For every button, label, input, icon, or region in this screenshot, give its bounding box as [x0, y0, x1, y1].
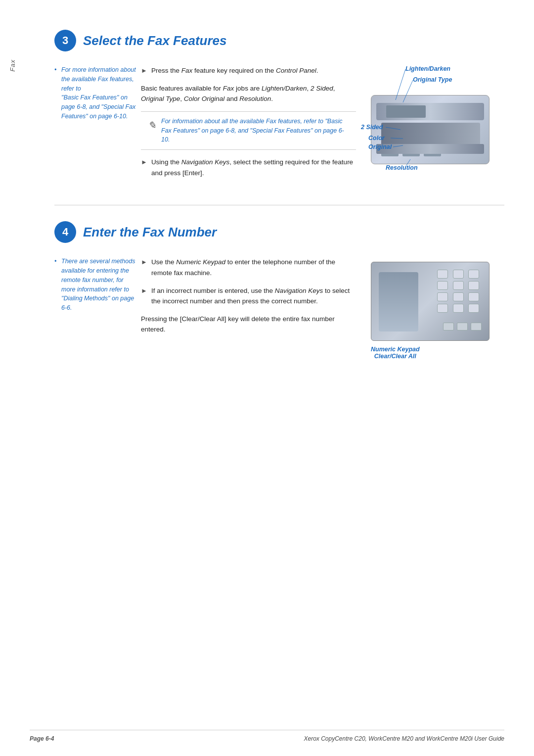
- label-two-sided: 2 Sided: [361, 124, 383, 131]
- section3-note-text: For information about all the available …: [161, 117, 349, 144]
- section3-content-row: For more information about the available…: [54, 65, 504, 185]
- arrow-icon-4: ►: [141, 286, 147, 296]
- section-divider: [54, 205, 504, 205]
- section4-left-col: There are several methods available for …: [54, 257, 141, 315]
- section3-left-note: For more information about the available…: [61, 66, 136, 120]
- section4-content-row: There are several methods available for …: [54, 257, 504, 360]
- section4-middle-col: ► Use the Numeric Keypad to enter the te…: [141, 257, 366, 335]
- section3-container: 3 Select the Fax Features For more infor…: [54, 30, 504, 185]
- footer-guide-title: Xerox CopyCentre C20, WorkCentre M20 and…: [304, 735, 505, 742]
- section4-step1-bullet: ► Use the Numeric Keypad to enter the te…: [141, 257, 356, 278]
- section3-machine-labels: Lighten/Darken Original Type: [366, 65, 494, 174]
- section4-step3-text: Pressing the [Clear/Clear All] key will …: [141, 314, 356, 335]
- note-pen-icon: ✎: [148, 118, 156, 133]
- arrow-icon-3: ►: [141, 257, 147, 268]
- key-1: [437, 270, 448, 279]
- arrow-icon-2: ►: [141, 157, 147, 168]
- label-numeric-keypad: Numeric Keypad: [371, 346, 420, 353]
- section3-step2-text: Using the Navigation Keys, select the se…: [151, 157, 356, 178]
- section4-left-note: There are several methods available for …: [61, 258, 135, 311]
- key-2: [453, 270, 464, 279]
- section3-step1-bullet: ► Press the Fax feature key required on …: [141, 65, 356, 76]
- label-lighten-darken: Lighten/Darken: [405, 65, 450, 72]
- section4-right-col: Numeric Keypad Clear/Clear All: [366, 257, 504, 360]
- section3-title: Select the Fax Features: [83, 33, 226, 48]
- section3-machine-image: [371, 95, 490, 164]
- key-4: [437, 281, 448, 290]
- section4-keypad-image: [371, 262, 490, 341]
- label-resolution: Resolution: [386, 164, 418, 171]
- section4-step2-text: If an incorrect number is entered, use t…: [151, 285, 356, 307]
- key-star: [437, 304, 448, 313]
- section3-middle-col: ► Press the Fax feature key required on …: [141, 65, 366, 185]
- section3-step2-bullet: ► Using the Navigation Keys, select the …: [141, 157, 356, 178]
- arrow-icon-1: ►: [141, 66, 147, 76]
- step4-circle: 4: [54, 221, 76, 243]
- section3-header: 3 Select the Fax Features: [54, 30, 504, 51]
- page-footer: Page 6-4 Xerox CopyCentre C20, WorkCentr…: [30, 730, 504, 742]
- key-3: [468, 270, 479, 279]
- section3-note-box: ✎ For information about all the availabl…: [141, 111, 356, 150]
- section4-step1-text: Use the Numeric Keypad to enter the tele…: [151, 257, 356, 278]
- key-7: [437, 292, 448, 301]
- label-color: Color: [368, 135, 385, 142]
- step3-circle: 3: [54, 30, 76, 51]
- section4-title: Enter the Fax Number: [83, 225, 217, 240]
- section4-keypad-labels: Numeric Keypad Clear/Clear All: [371, 346, 420, 360]
- sidebar-fax-label: Fax: [9, 59, 16, 72]
- footer-page-number: Page 6-4: [30, 735, 54, 742]
- section3-right-col: Lighten/Darken Original Type: [366, 65, 504, 174]
- key-5: [453, 281, 464, 290]
- keypad-left-panel: [379, 272, 418, 331]
- section3-basic-features-text: Basic features available for Fax jobs ar…: [141, 83, 356, 104]
- key-hash: [468, 304, 479, 313]
- keypad-keys-grid: [437, 270, 482, 313]
- key-0: [453, 304, 464, 313]
- section3-step1-text: Press the Fax feature key required on th…: [151, 65, 318, 76]
- key-6: [468, 281, 479, 290]
- label-original: Original: [368, 143, 392, 150]
- machine-detail: [381, 123, 480, 145]
- section4-step2-bullet: ► If an incorrect number is entered, use…: [141, 285, 356, 307]
- key-8: [453, 292, 464, 301]
- section3-left-col: For more information about the available…: [54, 65, 141, 123]
- section4-header: 4 Enter the Fax Number: [54, 221, 504, 243]
- section4-container: 4 Enter the Fax Number There are several…: [54, 221, 504, 360]
- key-9: [468, 292, 479, 301]
- label-original-type: Original Type: [413, 76, 452, 83]
- label-clear-clear-all: Clear/Clear All: [374, 353, 416, 360]
